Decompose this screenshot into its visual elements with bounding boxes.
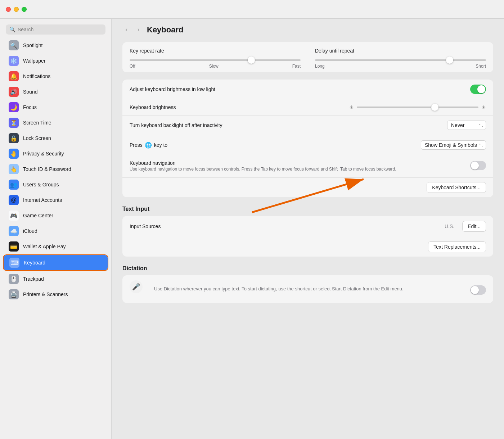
delay-long-label: Long (315, 64, 325, 69)
globe-icon: 🌐 (145, 142, 152, 149)
trackpad-icon: 🖱️ (9, 274, 19, 284)
backlight-off-select-wrapper[interactable]: Never 5 seconds 10 seconds 30 seconds 1 … (447, 121, 486, 130)
icloud-icon: ☁️ (9, 226, 19, 236)
sidebar-item-icloud[interactable]: ☁️iCloud (3, 223, 108, 239)
dictation-row: 🎤 Use Dictation wherever you can type te… (122, 275, 493, 303)
sidebar-item-label-keyboard: Keyboard (24, 260, 45, 266)
focus-icon: 🌙 (9, 102, 19, 112)
brightness-toggle-label: Adjust keyboard brightness in low light (130, 86, 466, 92)
dictation-toggle[interactable] (470, 285, 486, 295)
dictation-title: Dictation (122, 265, 493, 272)
keyboard-shortcuts-button[interactable]: Keyboard Shortcuts... (427, 182, 486, 193)
delay-repeat-label: Delay until repeat (315, 48, 354, 54)
screen-time-icon: ⏳ (9, 118, 19, 128)
sidebar-item-label-notifications: Notifications (23, 73, 50, 79)
sidebar-item-touch-id[interactable]: 👆Touch ID & Password (3, 162, 108, 177)
keyboard-brightness-slider[interactable] (357, 107, 478, 108)
press-key-row: Press 🌐 key to Show Emoji & Symbols Chan… (122, 135, 493, 155)
search-icon: 🔍 (9, 27, 15, 32)
delay-repeat-slider[interactable] (315, 59, 486, 61)
keyboard-nav-toggle[interactable] (470, 161, 486, 170)
sidebar-item-label-spotlight: Spotlight (23, 42, 42, 48)
input-source-value: U.S. (445, 223, 454, 229)
wallet-icon: 💳 (9, 241, 19, 252)
keyboard-brightness-label: Keyboard brightness (130, 104, 345, 110)
sound-icon: 🔊 (9, 87, 19, 97)
backlight-off-row: Turn keyboard backlight off after inacti… (122, 116, 493, 135)
sidebar-item-label-touch-id: Touch ID & Password (23, 166, 71, 172)
sidebar-item-trackpad[interactable]: 🖱️Trackpad (3, 271, 108, 286)
brightness-toggle-row: Adjust keyboard brightness in low light (122, 80, 493, 99)
content-area: ‹ › Keyboard Key repeat rate Off Slow (112, 0, 504, 439)
printers-icon: 🖨️ (9, 289, 19, 299)
minimize-button[interactable] (14, 7, 19, 12)
forward-button[interactable]: › (135, 24, 143, 35)
sidebar-item-focus[interactable]: 🌙Focus (3, 100, 108, 115)
brightness-toggle[interactable] (470, 85, 486, 94)
repeat-off-label: Off (130, 64, 135, 69)
sidebar-item-sound[interactable]: 🔊Sound (3, 84, 108, 99)
shortcuts-row: Keyboard Shortcuts... (122, 178, 493, 197)
text-input-title: Text Input (122, 206, 493, 212)
content-header: ‹ › Keyboard (122, 19, 493, 42)
sidebar-item-internet-accounts[interactable]: @Internet Accounts (3, 193, 108, 208)
repeat-fast-label: Fast (292, 64, 301, 69)
press-label: Press (130, 142, 143, 148)
sidebar-item-label-printers: Printers & Scanners (23, 291, 68, 297)
input-sources-edit-button[interactable]: Edit... (462, 221, 486, 232)
sidebar-item-keyboard[interactable]: ⌨Keyboard (4, 255, 108, 270)
sidebar-item-screen-time[interactable]: ⏳Screen Time (3, 115, 108, 130)
keyboard-brightness-row: Keyboard brightness ☀ ☀ (122, 99, 493, 116)
press-key-select[interactable]: Show Emoji & Symbols Change Input Source… (421, 140, 486, 150)
sidebar-item-spotlight[interactable]: 🔍Spotlight (3, 38, 108, 53)
key-repeat-label: Key repeat rate (130, 48, 164, 54)
keyboard-nav-label: Keyboard navigation (130, 160, 466, 166)
sidebar-item-game-center[interactable]: 🎮Game Center (3, 208, 108, 223)
key-repeat-slider[interactable] (130, 59, 301, 61)
press-key-select-wrapper[interactable]: Show Emoji & Symbols Change Input Source… (421, 140, 486, 150)
input-sources-label: Input Sources (130, 223, 440, 229)
dictation-card: 🎤 Use Dictation wherever you can type te… (122, 275, 493, 303)
text-input-card: Input Sources U.S. Edit... Text Replacem… (122, 216, 493, 257)
text-replacements-button[interactable]: Text Replacements... (428, 241, 486, 252)
sidebar-item-label-sound: Sound (23, 89, 37, 95)
close-button[interactable] (6, 7, 11, 12)
spotlight-icon: 🔍 (9, 40, 19, 50)
internet-accounts-icon: @ (9, 195, 19, 205)
search-bar[interactable]: 🔍 (6, 24, 105, 35)
backlight-off-label: Turn keyboard backlight off after inacti… (130, 122, 443, 128)
sidebar-item-label-users-groups: Users & Groups (23, 182, 59, 187)
delay-repeat-slider-wrap: Delay until repeat Long Short (315, 48, 486, 69)
key-repeat-slider-wrap: Key repeat rate Off Slow Fast (130, 48, 301, 69)
sidebar-item-privacy-security[interactable]: 🤚Privacy & Security (3, 146, 108, 161)
sidebar-item-label-lock-screen: Lock Screen (23, 135, 51, 141)
sidebar-item-users-groups[interactable]: 👥Users & Groups (3, 177, 108, 192)
backlight-off-select[interactable]: Never 5 seconds 10 seconds 30 seconds 1 … (447, 121, 486, 130)
brightness-high-icon: ☀ (481, 104, 486, 110)
brightness-low-icon: ☀ (349, 104, 354, 110)
sliders-section: Key repeat rate Off Slow Fast Delay unti… (122, 42, 493, 72)
sidebar-item-label-internet-accounts: Internet Accounts (23, 197, 62, 203)
sidebar-item-label-trackpad: Trackpad (23, 276, 44, 282)
maximize-button[interactable] (22, 7, 27, 12)
game-center-icon: 🎮 (9, 211, 19, 221)
repeat-rate-card: Key repeat rate Off Slow Fast Delay unti… (122, 42, 493, 72)
sidebar-item-label-focus: Focus (23, 104, 37, 110)
wallpaper-icon: ❄️ (9, 56, 19, 66)
users-groups-icon: 👥 (9, 180, 19, 190)
sidebar-item-printers[interactable]: 🖨️Printers & Scanners (3, 287, 108, 302)
sidebar-item-wallet[interactable]: 💳Wallet & Apple Pay (3, 239, 108, 254)
notifications-icon: 🔔 (9, 71, 19, 81)
delay-short-label: Short (476, 64, 486, 69)
search-input[interactable] (18, 27, 102, 32)
touch-id-icon: 👆 (9, 164, 19, 174)
sidebar-item-notifications[interactable]: 🔔Notifications (3, 69, 108, 84)
back-button[interactable]: ‹ (122, 24, 130, 35)
sidebar-item-wallpaper[interactable]: ❄️Wallpaper (3, 53, 108, 68)
sidebar: 🔍 🔍Spotlight❄️Wallpaper🔔Notifications🔊So… (0, 0, 112, 439)
repeat-slow-label: Slow (209, 64, 219, 69)
keyboard-icon: ⌨ (9, 258, 19, 268)
lock-screen-icon: 🔒 (9, 133, 19, 143)
keyboard-nav-description: Use keyboard navigation to move focus be… (130, 166, 466, 172)
sidebar-item-lock-screen[interactable]: 🔒Lock Screen (3, 131, 108, 146)
